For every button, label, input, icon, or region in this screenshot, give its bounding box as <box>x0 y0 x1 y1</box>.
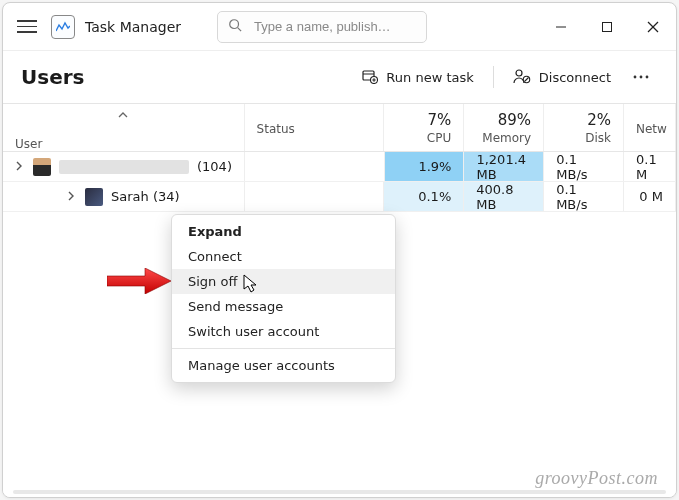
titlebar: Task Manager <box>3 3 676 51</box>
app-icon <box>51 15 75 39</box>
window-controls <box>538 3 676 50</box>
disk-cell: 0.1 MB/s <box>544 152 624 181</box>
search-box[interactable] <box>217 11 427 43</box>
status-cell <box>245 182 385 211</box>
status-cell <box>245 152 385 181</box>
search-input[interactable] <box>252 18 416 35</box>
memory-cell: 1,201.4 MB <box>464 152 544 181</box>
users-table: User Status 7% CPU 89% Memory 2% Disk <box>3 103 676 497</box>
hamburger-menu-icon[interactable] <box>17 17 37 37</box>
menu-item-switch-user[interactable]: Switch user account <box>172 319 395 344</box>
toolbar-divider <box>493 66 494 88</box>
sort-indicator-icon <box>118 108 128 121</box>
task-manager-window: Task Manager Users Ru <box>2 2 677 498</box>
run-new-task-button[interactable]: Run new task <box>349 60 486 94</box>
close-button[interactable] <box>630 3 676 50</box>
column-disk[interactable]: 2% Disk <box>544 104 624 151</box>
svg-line-1 <box>238 28 242 32</box>
minimize-button[interactable] <box>538 3 584 50</box>
column-cpu[interactable]: 7% CPU <box>384 104 464 151</box>
table-body: (104) 1.9% 1,201.4 MB 0.1 MB/s 0.1 M <box>3 152 676 497</box>
context-menu: Expand Connect Sign off Send message Swi… <box>171 214 396 383</box>
svg-marker-17 <box>107 268 171 294</box>
svg-point-0 <box>230 20 239 29</box>
disconnect-label: Disconnect <box>539 70 611 85</box>
process-count: (104) <box>197 159 232 174</box>
table-row[interactable]: (104) 1.9% 1,201.4 MB 0.1 MB/s 0.1 M <box>3 152 676 182</box>
toolbar: Users Run new task Disconnect <box>3 51 676 103</box>
column-user[interactable]: User <box>3 104 245 151</box>
network-cell: 0.1 M <box>624 152 676 181</box>
menu-item-send-message[interactable]: Send message <box>172 294 395 319</box>
redacted-username <box>59 160 189 174</box>
horizontal-scrollbar[interactable] <box>13 490 666 494</box>
network-cell: 0 M <box>624 182 676 211</box>
disconnect-button[interactable]: Disconnect <box>500 60 624 94</box>
run-new-task-label: Run new task <box>386 70 473 85</box>
table-row[interactable]: Sarah (34) 0.1% 400.8 MB 0.1 MB/s 0 M <box>3 182 676 212</box>
menu-item-expand[interactable]: Expand <box>172 219 395 244</box>
more-options-button[interactable] <box>624 75 658 79</box>
cpu-cell: 0.1% <box>384 182 464 211</box>
username: Sarah (34) <box>111 189 180 204</box>
column-network[interactable]: Netw <box>624 104 676 151</box>
disconnect-icon <box>513 68 531 87</box>
svg-point-15 <box>640 76 643 79</box>
svg-point-11 <box>516 70 522 76</box>
run-task-icon <box>362 68 378 87</box>
maximize-button[interactable] <box>584 3 630 50</box>
search-icon <box>228 18 242 35</box>
cpu-cell: 1.9% <box>385 152 465 181</box>
app-title: Task Manager <box>85 19 181 35</box>
menu-item-sign-off[interactable]: Sign off <box>172 269 395 294</box>
menu-item-manage-users[interactable]: Manage user accounts <box>172 353 395 378</box>
page-title: Users <box>21 65 84 89</box>
column-memory[interactable]: 89% Memory <box>464 104 544 151</box>
svg-point-14 <box>634 76 637 79</box>
svg-point-16 <box>646 76 649 79</box>
svg-rect-3 <box>603 22 612 31</box>
memory-cell: 400.8 MB <box>464 182 544 211</box>
menu-separator <box>172 348 395 349</box>
avatar <box>33 158 51 176</box>
annotation-arrow-icon <box>107 268 171 297</box>
table-header: User Status 7% CPU 89% Memory 2% Disk <box>3 104 676 152</box>
avatar <box>85 188 103 206</box>
disk-cell: 0.1 MB/s <box>544 182 624 211</box>
chevron-right-icon[interactable] <box>67 189 77 204</box>
chevron-right-icon[interactable] <box>15 159 25 174</box>
column-status[interactable]: Status <box>245 104 385 151</box>
menu-item-connect[interactable]: Connect <box>172 244 395 269</box>
